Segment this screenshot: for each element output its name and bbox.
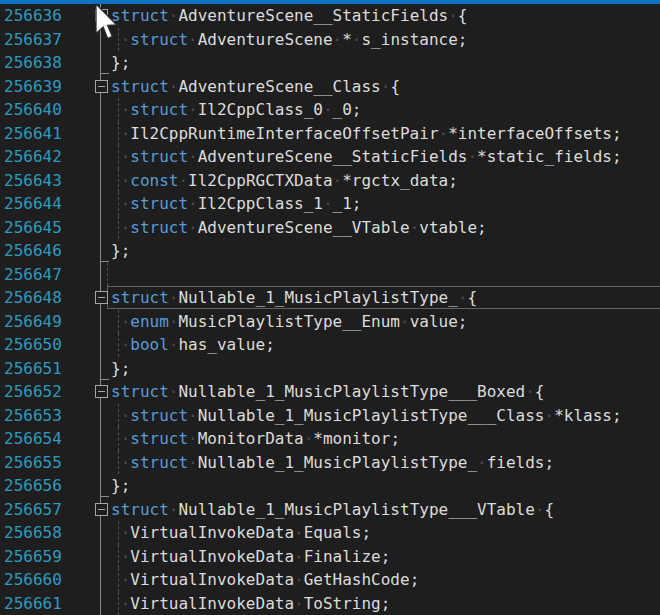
code-line[interactable]: 256648struct·Nullable_1_MusicPlaylistTyp… — [0, 286, 660, 310]
code-editor[interactable]: 256636struct·AdventureScene__StaticField… — [0, 0, 660, 615]
code-line[interactable]: 256638}; — [0, 51, 660, 75]
code-text: ·struct·Il2CppClass_1·_1; — [111, 192, 361, 216]
code-line[interactable]: 256645 ·struct·AdventureScene__VTable·vt… — [0, 216, 660, 240]
code-text: ·enum·MusicPlaylistType__Enum·value; — [111, 310, 467, 334]
line-number: 256658 — [4, 521, 62, 545]
minus-glyph — [98, 15, 105, 16]
line-number: 256644 — [4, 192, 62, 216]
code-line[interactable]: 256660 ·VirtualInvokeData·GetHashCode; — [0, 568, 660, 592]
code-text: ·const·Il2CppRGCTXData·*rgctx_data; — [111, 169, 458, 193]
code-line[interactable]: 256646}; — [0, 239, 660, 263]
code-line[interactable]: 256659 ·VirtualInvokeData·Finalize; — [0, 545, 660, 569]
fold-collapse-icon[interactable] — [95, 80, 108, 93]
line-number: 256648 — [4, 286, 62, 310]
line-number: 256660 — [4, 568, 62, 592]
code-line[interactable]: 256636struct·AdventureScene__StaticField… — [0, 4, 660, 28]
code-line[interactable]: 256654 ·struct·MonitorData·*monitor; — [0, 427, 660, 451]
line-number: 256649 — [4, 310, 62, 334]
line-number: 256655 — [4, 451, 62, 475]
code-text: ·struct·Il2CppClass_0·_0; — [111, 98, 361, 122]
line-number: 256659 — [4, 545, 62, 569]
line-number: 256640 — [4, 98, 62, 122]
code-line[interactable]: 256640 ·struct·Il2CppClass_0·_0; — [0, 98, 660, 122]
line-number: 256652 — [4, 380, 62, 404]
fold-collapse-icon[interactable] — [95, 503, 108, 516]
code-text: struct·Nullable_1_MusicPlaylistType___VT… — [111, 498, 554, 522]
code-text: ·Il2CppRuntimeInterfaceOffsetPair·*inter… — [111, 122, 622, 146]
minus-glyph — [98, 509, 105, 510]
code-text: }; — [111, 239, 130, 263]
code-line[interactable]: 256652struct·Nullable_1_MusicPlaylistTyp… — [0, 380, 660, 404]
code-text: ·struct·Nullable_1_MusicPlaylistType___C… — [111, 404, 622, 428]
code-line[interactable]: 256656}; — [0, 474, 660, 498]
fold-collapse-icon[interactable] — [95, 385, 108, 398]
code-text: struct·Nullable_1_MusicPlaylistType___Bo… — [111, 380, 545, 404]
fold-collapse-icon[interactable] — [95, 291, 108, 304]
code-line[interactable]: 256641 ·Il2CppRuntimeInterfaceOffsetPair… — [0, 122, 660, 146]
code-text: }; — [111, 474, 130, 498]
line-number: 256645 — [4, 216, 62, 240]
line-number: 256641 — [4, 122, 62, 146]
code-text: ·struct·Nullable_1_MusicPlaylistType_·fi… — [111, 451, 554, 475]
line-number: 256646 — [4, 239, 62, 263]
line-number: 256637 — [4, 28, 62, 52]
code-line[interactable]: 256657struct·Nullable_1_MusicPlaylistTyp… — [0, 498, 660, 522]
line-number: 256636 — [4, 4, 62, 28]
code-text: }; — [111, 357, 130, 381]
line-number: 256639 — [4, 75, 62, 99]
code-text: ·VirtualInvokeData·Equals; — [111, 521, 371, 545]
code-line[interactable]: 256637 ·struct·AdventureScene·*·s_instan… — [0, 28, 660, 52]
code-text: ·bool·has_value; — [111, 333, 275, 357]
line-number: 256657 — [4, 498, 62, 522]
code-text: ·VirtualInvokeData·ToString; — [111, 592, 390, 615]
code-line[interactable]: 256647 — [0, 263, 660, 287]
code-text: struct·AdventureScene__StaticFields·{ — [111, 4, 467, 28]
code-text: struct·Nullable_1_MusicPlaylistType_·{ — [111, 286, 477, 310]
indent-guide — [107, 263, 108, 287]
code-text: }; — [111, 51, 130, 75]
minus-glyph — [98, 86, 105, 87]
code-text: ·struct·MonitorData·*monitor; — [111, 427, 400, 451]
code-line[interactable]: 256658 ·VirtualInvokeData·Equals; — [0, 521, 660, 545]
line-number: 256642 — [4, 145, 62, 169]
code-line[interactable]: 256649 ·enum·MusicPlaylistType__Enum·val… — [0, 310, 660, 334]
code-line[interactable]: 256643 ·const·Il2CppRGCTXData·*rgctx_dat… — [0, 169, 660, 193]
line-number: 256651 — [4, 357, 62, 381]
line-number: 256650 — [4, 333, 62, 357]
code-line[interactable]: 256653 ·struct·Nullable_1_MusicPlaylistT… — [0, 404, 660, 428]
code-line[interactable]: 256642 ·struct·AdventureScene__StaticFie… — [0, 145, 660, 169]
code-line[interactable]: 256661 ·VirtualInvokeData·ToString; — [0, 592, 660, 615]
line-number: 256653 — [4, 404, 62, 428]
minus-glyph — [98, 391, 105, 392]
code-text: ·struct·AdventureScene__StaticFields·*st… — [111, 145, 622, 169]
line-number: 256647 — [4, 263, 62, 287]
line-number: 256638 — [4, 51, 62, 75]
code-line[interactable]: 256655 ·struct·Nullable_1_MusicPlaylistT… — [0, 451, 660, 475]
code-line[interactable]: 256651}; — [0, 357, 660, 381]
code-text: struct·AdventureScene__Class·{ — [111, 75, 400, 99]
code-line[interactable]: 256639struct·AdventureScene__Class·{ — [0, 75, 660, 99]
line-number: 256661 — [4, 592, 62, 615]
code-text: ·struct·AdventureScene__VTable·vtable; — [111, 216, 487, 240]
line-number: 256643 — [4, 169, 62, 193]
code-line[interactable]: 256650 ·bool·has_value; — [0, 333, 660, 357]
code-line[interactable]: 256644 ·struct·Il2CppClass_1·_1; — [0, 192, 660, 216]
code-text: ·VirtualInvokeData·Finalize; — [111, 545, 390, 569]
code-text: ·VirtualInvokeData·GetHashCode; — [111, 568, 419, 592]
fold-collapse-icon[interactable] — [95, 9, 108, 22]
line-number: 256656 — [4, 474, 62, 498]
minus-glyph — [98, 297, 105, 298]
line-number: 256654 — [4, 427, 62, 451]
code-text: ·struct·AdventureScene·*·s_instance; — [111, 28, 467, 52]
